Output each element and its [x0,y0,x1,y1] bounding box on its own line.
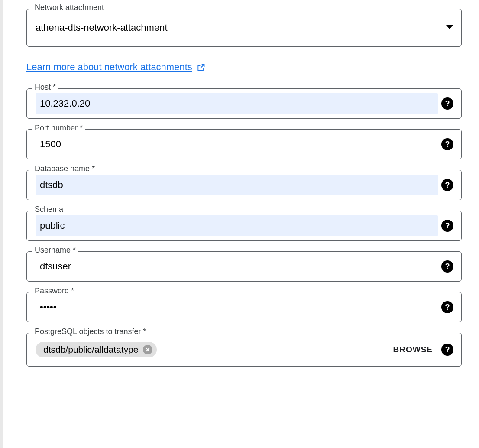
objects-chip-row[interactable]: dtsdb/public/alldatatype [27,333,393,366]
username-field: Username * ? [26,251,462,282]
database-field: Database name * ? [26,170,462,200]
network-attachment-select[interactable]: Network attachment athena-dts-network-at… [26,9,462,47]
learn-more-text: Learn more about network attachments [26,62,192,73]
external-link-icon [197,63,204,71]
learn-more-link[interactable]: Learn more about network attachments [26,62,204,73]
object-chip: dtsdb/public/alldatatype [36,342,157,357]
host-label: Host * [32,83,58,91]
password-label: Password * [32,287,77,295]
username-label: Username * [32,246,78,254]
help-icon[interactable]: ? [441,301,453,313]
objects-label: PostgreSQL objects to transfer * [32,328,149,335]
network-attachment-value: athena-dts-network-attachment [27,9,446,46]
help-icon[interactable]: ? [441,344,453,356]
network-attachment-label: Network attachment [32,3,107,11]
database-input[interactable] [36,175,438,195]
chevron-down-icon [446,24,453,31]
port-input[interactable] [36,134,438,155]
schema-input[interactable] [36,215,438,236]
browse-button[interactable]: BROWSE [393,345,433,354]
help-icon[interactable]: ? [441,179,453,191]
object-chip-text: dtsdb/public/alldatatype [43,344,139,355]
port-field: Port number * ? [26,129,462,159]
help-icon[interactable]: ? [441,220,453,232]
objects-field: PostgreSQL objects to transfer * dtsdb/p… [26,333,462,367]
help-icon[interactable]: ? [441,138,453,150]
schema-field: Schema ? [26,211,462,241]
password-input[interactable] [36,297,438,318]
host-field: Host * ? [26,88,462,119]
port-label: Port number * [32,124,85,132]
password-field: Password * ? [26,292,462,322]
host-input[interactable] [36,93,438,114]
help-icon[interactable]: ? [441,260,453,273]
username-input[interactable] [36,256,438,277]
help-icon[interactable]: ? [441,97,453,110]
schema-label: Schema [32,205,66,213]
close-icon[interactable] [143,345,152,354]
database-label: Database name * [32,165,97,172]
